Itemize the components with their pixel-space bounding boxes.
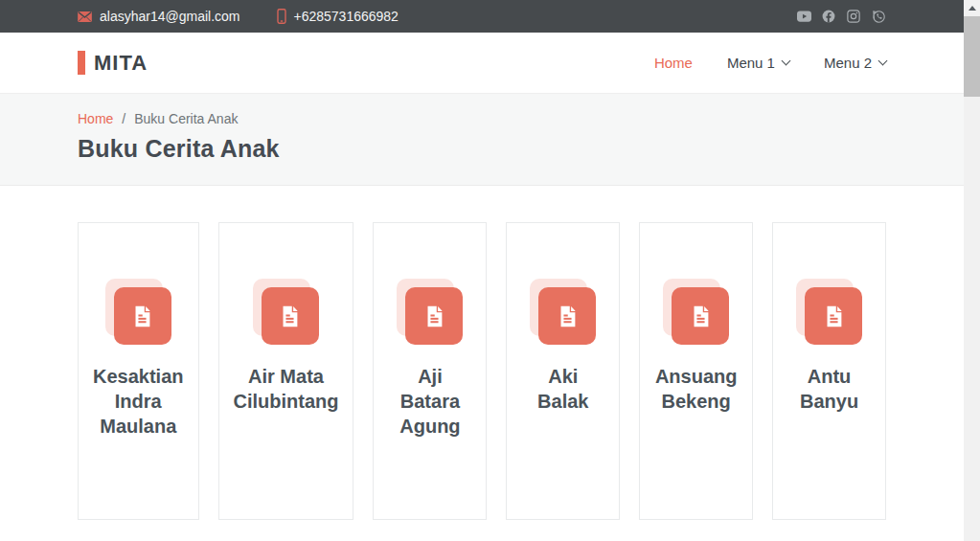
book-card[interactable]: Ansuang Bekeng	[639, 222, 753, 520]
icon-badge	[805, 287, 862, 345]
book-card[interactable]: Aki Balak	[506, 222, 620, 520]
email-link[interactable]: alasyhar14@gmail.com	[78, 9, 240, 24]
file-text-icon	[663, 279, 729, 345]
scrollbar[interactable]	[964, 0, 980, 541]
logo[interactable]: MITA	[78, 51, 148, 76]
breadcrumb-home-link[interactable]: Home	[78, 111, 113, 126]
file-text-icon	[397, 279, 463, 345]
file-text-icon	[105, 279, 171, 345]
site-header: MITA Home Menu 1 Menu 2	[0, 33, 964, 94]
icon-badge	[114, 287, 171, 345]
file-text-icon	[530, 279, 596, 345]
scrollbar-thumb[interactable]	[964, 16, 980, 97]
page-root: alasyhar14@gmail.com +6285731666982	[0, 0, 964, 541]
whatsapp-icon[interactable]	[871, 9, 886, 24]
icon-badge	[262, 287, 319, 345]
book-card-grid: Kesaktian Indra Maulana Air Mata Cilubin…	[78, 222, 886, 520]
logo-accent-bar	[78, 51, 85, 75]
page-title: Buku Cerita Anak	[78, 135, 886, 163]
book-card[interactable]: Kesaktian Indra Maulana	[78, 222, 199, 520]
topbar: alasyhar14@gmail.com +6285731666982	[0, 0, 964, 33]
email-text: alasyhar14@gmail.com	[100, 9, 240, 24]
mobile-phone-icon	[277, 9, 286, 24]
book-title: Kesaktian Indra Maulana	[79, 364, 198, 439]
facebook-icon[interactable]	[821, 9, 836, 24]
scroll-up-arrow-icon	[969, 6, 976, 11]
page-head: Home / Buku Cerita Anak Buku Cerita Anak	[0, 94, 964, 186]
breadcrumb-current: Buku Cerita Anak	[134, 111, 238, 126]
book-card[interactable]: Aji Batara Agung	[373, 222, 487, 520]
file-text-icon	[253, 279, 319, 345]
breadcrumb-separator: /	[122, 111, 125, 126]
chevron-down-icon	[782, 56, 791, 66]
scroll-up-button[interactable]	[964, 0, 980, 16]
nav-item-menu1[interactable]: Menu 1	[727, 55, 789, 71]
phone-link[interactable]: +6285731666982	[277, 9, 399, 24]
main-content: Kesaktian Indra Maulana Air Mata Cilubin…	[0, 186, 964, 520]
icon-badge	[405, 287, 463, 345]
book-title: Air Mata Cilubintang	[219, 364, 353, 414]
instagram-icon[interactable]	[846, 9, 861, 24]
icon-badge	[672, 287, 729, 345]
book-title: Aki Balak	[507, 364, 619, 414]
logo-text: MITA	[94, 51, 148, 76]
file-text-icon	[796, 279, 862, 345]
youtube-icon[interactable]	[796, 9, 811, 24]
book-title: Aji Batara Agung	[374, 364, 486, 439]
envelope-icon	[78, 11, 92, 22]
main-nav: Home Menu 1 Menu 2	[654, 55, 886, 71]
book-title: Antu Banyu	[773, 364, 885, 414]
phone-text: +6285731666982	[294, 9, 399, 24]
contact-info: alasyhar14@gmail.com +6285731666982	[78, 9, 399, 24]
breadcrumb: Home / Buku Cerita Anak	[78, 111, 886, 126]
icon-badge	[538, 287, 596, 345]
nav-item-home[interactable]: Home	[654, 55, 693, 71]
nav-item-menu2[interactable]: Menu 2	[824, 55, 886, 71]
chevron-down-icon	[878, 56, 888, 66]
book-title: Ansuang Bekeng	[640, 364, 752, 414]
social-links	[796, 9, 886, 24]
book-card[interactable]: Air Mata Cilubintang	[218, 222, 354, 520]
book-card[interactable]: Antu Banyu	[772, 222, 886, 520]
